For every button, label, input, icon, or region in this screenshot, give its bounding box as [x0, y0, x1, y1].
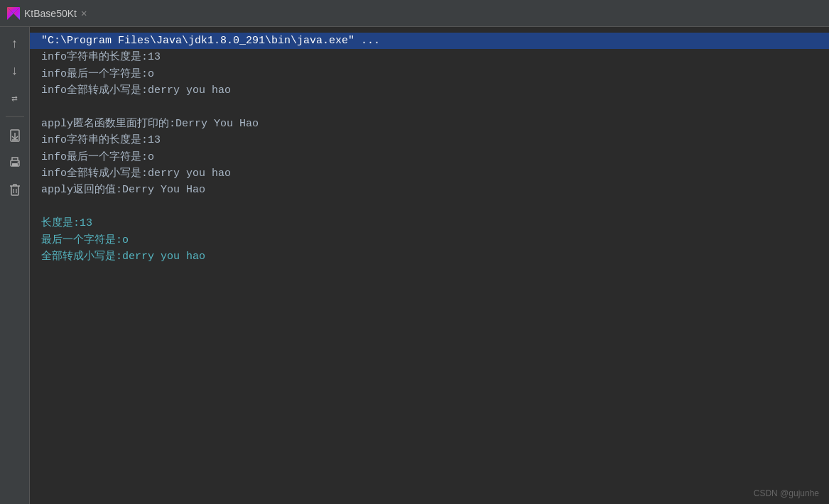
scroll-up-button[interactable]: ↑ — [4, 33, 26, 55]
console-line: "C:\Program Files\Java\jdk1.8.0_291\bin\… — [30, 33, 829, 49]
scroll-down-button[interactable]: ↓ — [4, 60, 26, 82]
left-toolbar: ↑ ↓ ⇄ — [0, 27, 30, 504]
console-line — [30, 99, 829, 116]
kotlin-logo-icon — [7, 7, 20, 20]
save-icon — [9, 129, 21, 142]
console-line: info最后一个字符是:o — [30, 149, 829, 165]
print-button[interactable] — [4, 151, 26, 174]
toolbar-divider — [6, 116, 24, 117]
console-line: info最后一个字符是:o — [30, 66, 829, 82]
main-area: ↑ ↓ ⇄ — [0, 27, 829, 504]
trash-icon — [9, 183, 21, 196]
svg-rect-7 — [12, 163, 18, 166]
console-line: 最后一个字符是:o — [30, 232, 829, 248]
save-button[interactable] — [4, 124, 26, 147]
clear-button[interactable] — [4, 178, 26, 201]
console-line: apply返回的值:Derry You Hao — [30, 182, 829, 198]
console-output: "C:\Program Files\Java\jdk1.8.0_291\bin\… — [30, 27, 829, 504]
console-line — [30, 198, 829, 215]
print-icon — [9, 156, 21, 169]
title-bar: KtBase50Kt ✕ — [0, 0, 829, 27]
console-line: info全部转成小写是:derry you hao — [30, 82, 829, 99]
soft-wrap-button[interactable]: ⇄ — [4, 87, 26, 109]
console-line: info全部转成小写是:derry you hao — [30, 165, 829, 182]
close-button[interactable]: ✕ — [81, 7, 87, 19]
console-line: info字符串的长度是:13 — [30, 132, 829, 148]
svg-point-8 — [17, 162, 18, 163]
watermark: CSDN @gujunhe — [754, 488, 819, 498]
window-title: KtBase50Kt — [24, 8, 77, 19]
console-line: info字符串的长度是:13 — [30, 49, 829, 65]
console-line: apply匿名函数里面打印的:Derry You Hao — [30, 116, 829, 132]
console-line: 长度是:13 — [30, 215, 829, 231]
console-line: 全部转成小写是:derry you hao — [30, 248, 829, 265]
